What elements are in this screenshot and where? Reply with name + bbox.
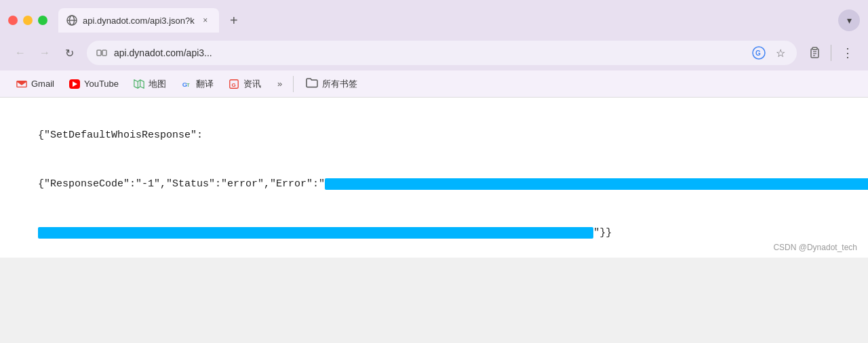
youtube-label: YouTube [84,79,119,89]
bookmarks-divider [293,76,294,92]
svg-text:T: T [186,81,190,87]
tab-title: api.dynadot.com/api3.json?k [83,16,195,26]
json-line1: {"SetDefaultWhoisResponse": [38,129,203,141]
svg-rect-11 [812,47,817,49]
bookmark-gmail[interactable]: Gmail [9,76,61,92]
clipboard-button[interactable] [804,42,825,64]
globe-icon [66,15,77,26]
address-bar[interactable]: api.dynadot.com/api3... G ☆ [87,41,797,65]
bookmark-youtube[interactable]: YouTube [62,76,125,92]
bookmark-news[interactable]: G 资讯 [222,75,268,93]
folder-icon [306,77,318,90]
tab-list-button[interactable]: ▾ [838,9,860,31]
svg-rect-3 [97,50,101,56]
active-tab[interactable]: api.dynadot.com/api3.json?k × [58,8,219,33]
refresh-button[interactable]: ↻ [58,42,80,64]
nav-extra-buttons [804,42,825,64]
translate-icon: G T [181,79,192,89]
watermark: CSDN @Dynadot_tech [773,243,857,252]
more-menu-button[interactable]: ⋮ [837,42,859,64]
maps-icon [134,79,144,89]
all-bookmarks-label: 所有书签 [322,78,357,90]
json-line3-redacted [38,227,593,239]
new-tab-button[interactable]: + [224,11,243,30]
minimize-button[interactable] [23,16,33,25]
translate-icon-address[interactable]: G [751,45,767,61]
nav-bar: ← → ↻ api.dynadot.com/api3... G [0,35,868,70]
forward-button[interactable]: → [34,42,56,64]
bookmarks-bar: Gmail YouTube 地图 G [0,70,868,98]
back-button[interactable]: ← [9,42,31,64]
bookmark-translate[interactable]: G T 翻译 [174,75,220,93]
json-response: {"SetDefaultWhoisResponse": {"ResponseCo… [14,111,854,258]
page-content: {"SetDefaultWhoisResponse": {"ResponseCo… [0,98,868,258]
svg-text:G: G [755,49,761,57]
star-icon[interactable]: ☆ [772,45,789,61]
svg-text:G: G [231,81,235,87]
all-bookmarks-button[interactable]: 所有书签 [299,75,364,93]
news-label: 资讯 [243,78,261,90]
json-line2-visible: {"ResponseCode":"-1","Status":"error","E… [38,178,325,190]
gmail-icon [16,79,27,89]
json-line2-redacted [325,178,868,190]
json-line3-suffix: "}} [593,227,612,239]
gmail-label: Gmail [31,79,54,89]
window-controls [8,16,47,25]
maximize-button[interactable] [38,16,47,25]
news-icon: G [229,79,239,89]
translate-label: 翻译 [196,78,214,90]
tab-close-button[interactable]: × [200,15,211,26]
svg-rect-4 [102,50,106,56]
site-icon [95,46,108,60]
bookmarks-overflow-button[interactable]: » [272,76,288,92]
youtube-icon [69,79,80,89]
maps-label: 地图 [149,78,166,90]
nav-divider [831,45,831,61]
tab-bar: api.dynadot.com/api3.json?k × + ▾ [0,0,868,35]
address-text: api.dynadot.com/api3... [114,47,745,58]
close-button[interactable] [8,16,18,25]
svg-marker-16 [134,79,144,87]
bookmark-maps[interactable]: 地图 [127,75,173,93]
